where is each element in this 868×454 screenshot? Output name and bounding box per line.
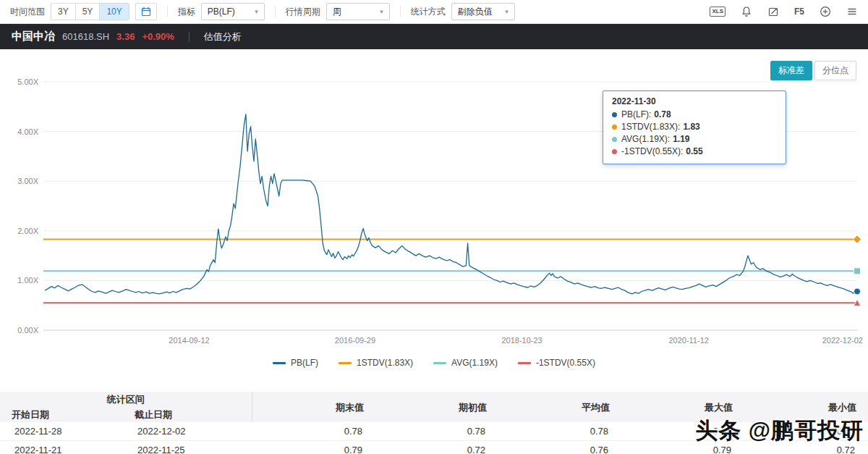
chevron-down-icon: ▾	[505, 8, 509, 15]
legend-label: -1STDV(0.55X)	[536, 358, 595, 368]
legend-swatch	[433, 362, 446, 364]
tooltip-value: 0.78	[654, 109, 671, 121]
period-select[interactable]: 周 ▾	[326, 3, 390, 20]
col-header-end-date: 截止日期	[123, 407, 252, 422]
cell-date: 2022-11-21	[0, 441, 123, 454]
indicator-select[interactable]: PB(LF) ▾	[201, 3, 265, 20]
series-dot-icon	[612, 137, 617, 142]
tooltip-label: AVG(1.19X):	[621, 133, 670, 146]
stat-method-value: 剔除负值	[458, 6, 493, 18]
cell-date: 2022-11-25	[123, 441, 252, 454]
toolbar-divider	[167, 6, 168, 17]
stock-price: 3.36	[116, 31, 135, 42]
y-tick-label: 2.00X	[17, 227, 38, 235]
stock-code: 601618.SH	[62, 31, 109, 42]
1STDV(1.83X)-end-marker	[854, 235, 861, 243]
legend-label: 1STDV(1.83X)	[357, 358, 413, 368]
series-dot-icon	[612, 149, 617, 154]
x-tick-label: 2014-09-12	[169, 336, 209, 345]
x-tick-label: 2022-12-02	[822, 336, 863, 345]
stat-method-label: 统计方式	[411, 6, 446, 18]
legend-item[interactable]: PB(LF)	[273, 358, 318, 368]
tooltip-label: 1STDV(1.83X):	[621, 121, 680, 133]
x-tick-label: 2018-10-23	[501, 336, 542, 345]
tooltip-label: PB(LF):	[621, 109, 651, 121]
stat-method-select[interactable]: 剔除负值 ▾	[451, 3, 515, 20]
bell-icon[interactable]	[741, 6, 752, 17]
legend-swatch	[339, 362, 352, 364]
chevron-down-icon: ▾	[255, 8, 258, 15]
toolbar-divider	[400, 6, 401, 17]
calendar-icon	[141, 7, 151, 17]
col-header-start-value: 期初值	[375, 392, 498, 422]
toolbar-right-icons: XLS F5	[710, 6, 858, 17]
series-dot-icon	[612, 112, 617, 117]
tooltip-value: 1.83	[683, 121, 699, 133]
range-3y-button[interactable]: 3Y	[51, 4, 75, 20]
range-5y-button[interactable]: 5Y	[75, 4, 100, 20]
tab-valuation-analysis[interactable]: 估值分析	[204, 30, 242, 43]
period-label: 行情周期	[286, 6, 320, 18]
AVG(1.19X)-end-marker	[854, 268, 861, 274]
stock-title-bar: 中国中冶 601618.SH 3.36 +0.90% 估值分析	[0, 24, 868, 49]
plus-circle-icon[interactable]	[820, 6, 831, 17]
top-toolbar: 时间范围 3Y 5Y 10Y 指标 PB(LF) ▾ 行情周期 周 ▾ 统计方式…	[0, 0, 868, 24]
xls-export-icon[interactable]: XLS	[710, 7, 726, 17]
y-tick-label: 0.00X	[17, 326, 38, 335]
cell-value: 0.79	[252, 441, 375, 454]
tooltip-row: AVG(1.19X):1.19	[612, 133, 777, 146]
col-header-average: 平均值	[498, 392, 621, 422]
titlebar-divider	[189, 32, 190, 42]
menu-icon[interactable]	[846, 6, 858, 17]
cell-value: 0.72	[375, 441, 498, 454]
legend-swatch	[273, 362, 286, 364]
cell-value: 0.78	[498, 422, 621, 441]
x-tick-label: 2016-09-29	[335, 336, 375, 345]
y-tick-label: 5.00X	[17, 78, 38, 86]
y-tick-label: 1.00X	[17, 276, 38, 285]
cell-value: 0.78	[375, 422, 498, 441]
legend-swatch	[518, 362, 531, 364]
watermark: 头条 @鹏哥投研	[695, 416, 864, 446]
chevron-down-icon: ▾	[380, 8, 383, 15]
cell-value: 0.76	[498, 441, 621, 454]
tooltip-row: PB(LF):0.78	[612, 109, 777, 121]
edit-icon[interactable]	[767, 6, 779, 17]
col-header-end-value: 期末值	[252, 392, 375, 422]
chart-mode-switch: 标准差 分位点	[770, 61, 856, 80]
legend-item[interactable]: -1STDV(0.55X)	[518, 358, 595, 368]
toolbar-divider	[275, 6, 276, 17]
period-value: 周	[333, 6, 341, 18]
y-tick-label: 4.00X	[17, 127, 38, 136]
refresh-f5-button[interactable]: F5	[794, 7, 804, 17]
std-dev-tab[interactable]: 标准差	[770, 61, 812, 80]
percentile-tab[interactable]: 分位点	[814, 61, 856, 80]
tooltip-label: -1STDV(0.55X):	[621, 146, 683, 158]
stock-change: +0.90%	[142, 31, 174, 42]
time-range-label: 时间范围	[10, 6, 45, 18]
legend-label: PB(LF)	[291, 358, 318, 368]
table-group-header: 统计区间	[0, 392, 252, 407]
tooltip-row: -1STDV(0.55X):0.55	[612, 146, 777, 158]
cell-value: 0.78	[252, 422, 375, 441]
legend-label: AVG(1.19X)	[451, 358, 498, 368]
range-10y-button[interactable]: 10Y	[99, 4, 128, 20]
PB(LF)-end-marker	[854, 288, 861, 295]
series-dot-icon	[612, 125, 617, 130]
col-header-start-date: 开始日期	[0, 407, 123, 422]
time-range-segmented: 3Y 5Y 10Y	[51, 3, 129, 20]
cell-date: 2022-11-28	[0, 422, 123, 441]
stock-name: 中国中冶	[12, 30, 55, 43]
tooltip-value: 0.55	[686, 146, 702, 158]
cell-date: 2022-12-02	[123, 422, 252, 441]
custom-date-button[interactable]	[135, 3, 157, 20]
y-tick-label: 3.00X	[17, 177, 38, 185]
tooltip-row: 1STDV(1.83X):1.83	[612, 121, 777, 133]
indicator-value: PB(LF)	[208, 7, 235, 17]
x-tick-label: 2020-11-12	[668, 336, 708, 345]
chart-tooltip: 2022-11-30 PB(LF):0.781STDV(1.83X):1.83A…	[603, 91, 786, 164]
tooltip-value: 1.19	[673, 133, 689, 146]
legend-item[interactable]: AVG(1.19X)	[433, 358, 498, 368]
legend-item[interactable]: 1STDV(1.83X)	[339, 358, 413, 368]
tooltip-rows: PB(LF):0.781STDV(1.83X):1.83AVG(1.19X):1…	[612, 109, 777, 158]
